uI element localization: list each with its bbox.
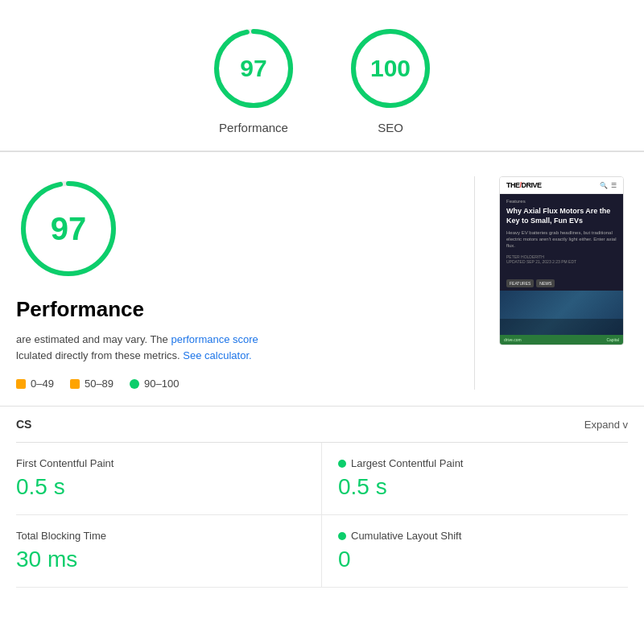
metric-tbt: Total Blocking Time 30 ms [16, 515, 322, 588]
performance-score-item: 97 Performance [209, 24, 298, 134]
thumb-footer: drive.com Capital [500, 335, 623, 345]
metrics-title: CS [16, 418, 31, 431]
legend-range-mid: 50–89 [85, 378, 114, 390]
large-performance-circle: 97 [16, 176, 121, 281]
metrics-header: CS Expand v [16, 407, 628, 443]
metric-fcp: First Contentful Paint 0.5 s [16, 443, 322, 515]
metric-lcp-label-row: Largest Contentful Paint [338, 457, 628, 469]
metric-lcp-value: 0.5 s [338, 474, 628, 500]
calculator-link[interactable]: See calculator. [183, 349, 251, 361]
seo-score-item: 100 SEO [346, 24, 435, 134]
legend-range-high: 90–100 [144, 378, 179, 390]
legend-item-high: 90–100 [130, 378, 179, 390]
metric-fcp-label-row: First Contentful Paint [16, 457, 305, 469]
news-tag: NEWS [536, 279, 555, 287]
thumb-image [500, 291, 623, 335]
lcp-dot [338, 460, 346, 468]
metric-tbt-value: 30 ms [16, 547, 305, 572]
seo-score-value: 100 [370, 55, 411, 82]
right-panel: THE/DRIVE 🔍 ☰ Features Why Axial Flux Mo… [499, 176, 628, 390]
seo-score-label: SEO [378, 121, 403, 134]
metric-fcp-label: First Contentful Paint [16, 457, 114, 469]
green-dot-high [130, 379, 139, 389]
legend-item-mid: 50–89 [70, 378, 114, 390]
cls-dot [338, 532, 346, 540]
thumb-author: PETER HOLDERITH UPDATED SEP 21, 2023 2:2… [506, 254, 617, 264]
legend-item-low: 0–49 [16, 378, 54, 390]
seo-circle: 100 [346, 24, 435, 113]
metric-fcp-value: 0.5 s [16, 474, 305, 500]
vertical-divider [474, 176, 475, 390]
performance-title: Performance [16, 297, 450, 322]
thumb-footer-caption: Capital [606, 337, 619, 342]
thumb-nav-icons: 🔍 ☰ [600, 182, 617, 189]
legend-range-low: 0–49 [31, 378, 54, 390]
performance-circle: 97 [209, 24, 298, 113]
main-content: 97 Performance are estimated and may var… [0, 152, 644, 406]
performance-description: are estimated and may vary. The performa… [16, 332, 450, 363]
thumb-subtext: Heavy EV batteries grab headlines, but t… [506, 230, 617, 249]
thumb-headline: Why Axial Flux Motors Are the Key to Sma… [506, 207, 617, 225]
metric-lcp-label: Largest Contentful Paint [351, 457, 463, 469]
orange-dot [16, 379, 26, 389]
metric-cls-label: Cumulative Layout Shift [351, 530, 461, 542]
top-scores-section: 97 Performance 100 SEO [0, 0, 644, 151]
thumb-tag: Features [506, 199, 617, 204]
thumb-image-overlay [500, 319, 623, 335]
metrics-grid: First Contentful Paint 0.5 s Largest Con… [16, 443, 628, 588]
metric-cls: Cumulative Layout Shift 0 [322, 515, 628, 588]
thumb-footer-text: drive.com [504, 337, 522, 342]
score-legend: 0–49 50–89 90–100 [16, 378, 450, 390]
metric-cls-value: 0 [338, 547, 628, 572]
orange-dot-mid [70, 379, 80, 389]
performance-score-link[interactable]: performance score [171, 333, 258, 345]
menu-icon: ☰ [611, 182, 617, 189]
metrics-section: CS Expand v First Contentful Paint 0.5 s… [0, 406, 644, 588]
thumb-header: THE/DRIVE 🔍 ☰ [500, 177, 623, 194]
search-icon: 🔍 [600, 182, 608, 189]
metric-tbt-label-row: Total Blocking Time [16, 530, 305, 542]
features-tag: FEATURES [506, 279, 534, 287]
thumb-body: Features Why Axial Flux Motors Are the K… [500, 194, 623, 275]
performance-score-label: Performance [219, 121, 288, 134]
large-score-value: 97 [51, 211, 87, 247]
metric-cls-label-row: Cumulative Layout Shift [338, 530, 628, 542]
site-logo: THE/DRIVE [506, 181, 542, 189]
metric-lcp: Largest Contentful Paint 0.5 s [322, 443, 628, 515]
performance-score-value: 97 [240, 55, 266, 82]
metric-tbt-label: Total Blocking Time [16, 530, 106, 542]
site-thumbnail: THE/DRIVE 🔍 ☰ Features Why Axial Flux Mo… [499, 176, 624, 345]
expand-button[interactable]: Expand v [584, 419, 628, 431]
thumb-tags-row: FEATURES NEWS [500, 275, 623, 291]
left-panel: 97 Performance are estimated and may var… [16, 176, 450, 390]
